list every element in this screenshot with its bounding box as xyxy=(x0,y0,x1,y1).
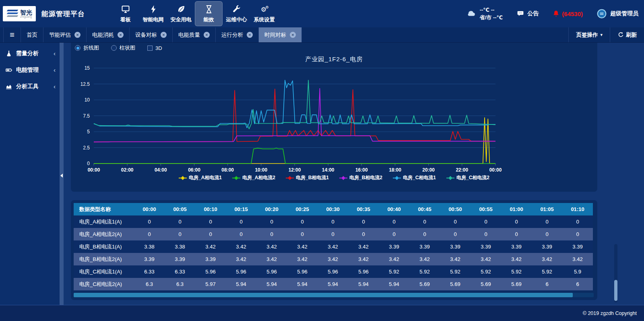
tab-4[interactable]: 电能质量 ✕ xyxy=(173,27,216,42)
value-cell: 3.42 xyxy=(348,240,379,253)
tab-label: 设备对标 xyxy=(135,31,157,39)
nav-item-1[interactable]: 智能电网 xyxy=(139,1,167,26)
tab-label: 电能消耗 xyxy=(92,31,114,39)
legend-item-2[interactable]: 电房_B相电流1 xyxy=(286,174,329,181)
table-header-cell: 00:55 xyxy=(471,203,501,215)
tab-close-icon[interactable]: ✕ xyxy=(290,32,296,38)
legend-item-4[interactable]: 电房_C相电流1 xyxy=(393,174,436,181)
app-title: 能源管理平台 xyxy=(41,9,85,19)
tab-6[interactable]: 时间对标 ✕ xyxy=(259,27,302,42)
value-cell: 6 xyxy=(532,278,562,290)
scrollbar-thumb[interactable] xyxy=(74,293,573,297)
table-header-cell: 00:40 xyxy=(379,203,409,215)
svg-text:16:00: 16:00 xyxy=(355,167,368,173)
value-cell: 0 xyxy=(379,215,409,228)
value-cell: 3.39 xyxy=(440,240,471,253)
value-cell: 5.94 xyxy=(379,278,409,290)
tab-1[interactable]: 节能评估 ✕ xyxy=(43,27,87,42)
value-cell: 0 xyxy=(195,215,226,228)
tab-operations-button[interactable]: 页签操作 ▾ xyxy=(568,27,610,42)
scrollbar-thumb[interactable] xyxy=(614,280,617,301)
legend-item-5[interactable]: 电房_C相电流2 xyxy=(446,174,489,181)
value-cell: 3.39 xyxy=(501,240,532,253)
sidebar-item-2[interactable]: 分析工具 ‹ xyxy=(0,78,60,95)
value-cell: 3.42 xyxy=(226,253,256,265)
nav-item-3[interactable]: 能效 xyxy=(195,1,223,26)
refresh-icon xyxy=(617,32,623,38)
table-horizontal-scrollbar[interactable] xyxy=(74,293,594,297)
svg-text:02:00: 02:00 xyxy=(121,167,134,173)
radio-icon[interactable] xyxy=(111,45,117,51)
tab-label: 电能质量 xyxy=(178,31,200,39)
radio-icon[interactable] xyxy=(75,45,80,51)
value-cell: 0 xyxy=(287,228,318,240)
value-cell: 6.3 xyxy=(165,278,195,290)
value-cell: 3.42 xyxy=(409,253,440,265)
svg-text:15: 15 xyxy=(85,65,90,71)
nav-item-label: 安全用电 xyxy=(171,16,192,23)
table-header-cell: 00:50 xyxy=(440,203,471,215)
tab-2[interactable]: 电能消耗 ✕ xyxy=(87,27,130,42)
sidebar-item-0[interactable]: 需量分析 ‹ xyxy=(0,45,60,62)
monitor-icon xyxy=(121,4,130,14)
user-menu[interactable]: 超级管理员 xyxy=(597,8,638,19)
refresh-button[interactable]: 刷新 xyxy=(610,27,644,42)
table-header-cell: 00:35 xyxy=(348,203,379,215)
value-cell: 3.39 xyxy=(532,240,562,253)
tab-close-icon[interactable]: ✕ xyxy=(204,32,210,38)
sidebar-collapse-handle[interactable] xyxy=(60,43,64,305)
caret-down-icon: ▾ xyxy=(600,32,603,37)
tab-close-icon[interactable]: ✕ xyxy=(247,32,253,38)
table-header-cell: 01:10 xyxy=(562,203,593,215)
legend-item-3[interactable]: 电房_B相电流2 xyxy=(339,174,382,181)
page-vertical-scrollbar[interactable] xyxy=(614,244,617,302)
svg-text:14:00: 14:00 xyxy=(322,167,334,173)
value-cell: 3.42 xyxy=(318,253,348,265)
value-cell: 0 xyxy=(532,215,562,228)
nav-item-0[interactable]: 看板 xyxy=(111,1,139,26)
svg-text:06:00: 06:00 xyxy=(188,167,200,173)
weather-temp: --℃ -- xyxy=(480,6,503,14)
nav-item-4[interactable]: 运维中心 xyxy=(223,1,250,26)
value-cell: 3.42 xyxy=(287,253,318,265)
value-cell: 3.42 xyxy=(195,240,226,253)
value-cell: 5.94 xyxy=(287,278,318,290)
nav-item-label: 能效 xyxy=(204,16,214,23)
hamburger-menu-icon[interactable]: ≡ xyxy=(3,27,21,42)
svg-text:10: 10 xyxy=(85,97,90,103)
legend-marker-icon xyxy=(179,176,187,180)
value-cell: 5.92 xyxy=(501,265,532,278)
tab-5[interactable]: 运行分析 ✕ xyxy=(216,27,259,42)
value-cell: 0 xyxy=(409,215,440,228)
sidebar-item-1[interactable]: 电能管理 ‹ xyxy=(0,62,60,78)
value-cell: 0 xyxy=(562,228,593,240)
table-header-cell: 01:05 xyxy=(532,203,562,215)
legend-item-1[interactable]: 电房_A相电流2 xyxy=(232,174,275,181)
checkbox-2[interactable]: 3D xyxy=(147,45,162,51)
value-cell: 0 xyxy=(318,228,348,240)
tab-close-icon[interactable]: ✕ xyxy=(161,32,167,38)
chart-title: 产业园_1F2-6_电房 xyxy=(71,56,597,63)
notice-button[interactable]: 公告 xyxy=(516,10,539,17)
nav-item-2[interactable]: 安全用电 xyxy=(167,1,195,26)
data-table: 数据类型名称 00:0000:0500:1000:1500:2000:2500:… xyxy=(74,203,593,290)
table-row: 电房_C相电流2(A) 6.36.35.975.945.945.945.945.… xyxy=(74,278,593,290)
radio-1[interactable]: 柱状图 xyxy=(111,44,135,52)
tab-close-icon[interactable]: ✕ xyxy=(74,32,80,38)
tab-label: 运行分析 xyxy=(221,31,243,39)
tab-close-icon[interactable]: ✕ xyxy=(118,32,124,38)
tab-0[interactable]: 首页 xyxy=(21,27,43,42)
nav-item-5[interactable]: ⚙⚙ 系统设置 xyxy=(250,1,278,26)
table-row: 电房_C相电流1(A) 6.336.335.965.965.965.965.96… xyxy=(74,265,593,278)
table-row: 电房_B相电流1(A) 3.383.383.423.423.423.423.42… xyxy=(74,240,593,253)
radio-0[interactable]: 折线图 xyxy=(75,44,99,52)
legend-label: 电房_C相电流1 xyxy=(403,174,436,181)
legend-item-0[interactable]: 电房_A相电流1 xyxy=(179,174,222,181)
alarm-button[interactable]: (64530) xyxy=(552,10,583,18)
chart-legend: 电房_A相电流1 电房_A相电流2 电房_B相电流1 电房_B相电流2 电房_C… xyxy=(71,174,597,181)
legend-label: 电房_A相电流1 xyxy=(189,174,222,181)
tab-operations-label: 页签操作 xyxy=(576,31,598,39)
nav-item-label: 系统设置 xyxy=(254,16,275,23)
tab-3[interactable]: 设备对标 ✕ xyxy=(130,27,173,42)
checkbox-icon[interactable] xyxy=(147,46,153,51)
